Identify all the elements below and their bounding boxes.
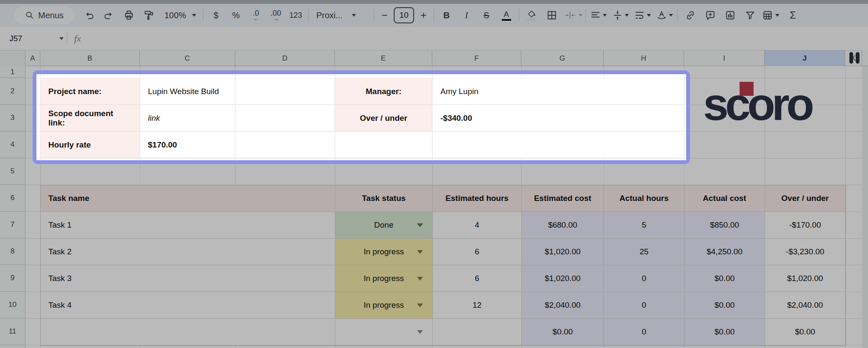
vertical-scrollbar-thumb[interactable] bbox=[856, 52, 860, 64]
over-under-cell[interactable]: $2,040.00 bbox=[765, 292, 846, 319]
row-header-9[interactable]: 9 bbox=[0, 265, 25, 292]
chevron-down-icon[interactable] bbox=[59, 37, 64, 40]
actual-cost-header[interactable]: Actual cost bbox=[684, 185, 765, 212]
name-box[interactable]: J57 bbox=[9, 34, 59, 43]
cell-empty[interactable] bbox=[235, 131, 335, 158]
select-all-corner[interactable] bbox=[0, 50, 25, 66]
estimated-hours-cell[interactable]: 4 bbox=[433, 212, 522, 239]
redo-button[interactable] bbox=[99, 6, 119, 25]
estimated-cost-cell[interactable]: $680.00 bbox=[522, 212, 604, 239]
row-header-7[interactable]: 7 bbox=[0, 212, 25, 238]
task-status-header[interactable]: Task status bbox=[335, 185, 433, 212]
column-resize-handle[interactable] bbox=[849, 52, 853, 64]
scope-link-value-cell[interactable]: link bbox=[140, 105, 235, 131]
row-header-5[interactable]: 5 bbox=[0, 158, 25, 185]
italic-button[interactable]: I bbox=[456, 6, 476, 25]
task-status-dropdown[interactable] bbox=[335, 319, 433, 345]
estimated-hours-cell[interactable]: 6 bbox=[433, 265, 522, 292]
cell-empty[interactable] bbox=[335, 131, 432, 158]
project-name-value-cell[interactable]: Lupin Website Build bbox=[140, 78, 235, 105]
increase-font-size-button[interactable]: + bbox=[416, 6, 431, 25]
project-name-label-cell[interactable]: Project name: bbox=[40, 78, 140, 105]
actual-hours-header[interactable]: Actual hours bbox=[604, 185, 684, 212]
row-header-2[interactable]: 2 bbox=[0, 78, 25, 105]
font-size-input[interactable]: 10 bbox=[394, 7, 414, 23]
text-wrap-button[interactable] bbox=[632, 6, 647, 25]
task-name-header[interactable]: Task name bbox=[41, 185, 335, 212]
column-header-c[interactable]: C bbox=[140, 50, 235, 66]
actual-cost-cell[interactable]: $850.00 bbox=[684, 212, 765, 239]
text-rotation-button[interactable] bbox=[654, 6, 669, 25]
merge-cells-button[interactable] bbox=[562, 6, 579, 25]
menus-search-button[interactable]: Menus bbox=[14, 6, 75, 24]
task-name-cell[interactable]: Task 4 bbox=[41, 292, 335, 319]
estimated-cost-cell[interactable]: $1,020.00 bbox=[522, 265, 604, 292]
manager-label-cell[interactable]: Manager: bbox=[335, 78, 432, 105]
decrease-decimal-button[interactable]: .0 ← bbox=[246, 6, 266, 25]
actual-hours-cell[interactable]: 0 bbox=[604, 292, 684, 319]
scope-link-label-cell[interactable]: Scope document link: bbox=[40, 105, 140, 131]
estimated-hours-cell[interactable]: 12 bbox=[433, 292, 522, 319]
column-header-g[interactable]: G bbox=[521, 50, 604, 66]
over-under-cell[interactable]: -$170.00 bbox=[765, 212, 846, 239]
more-formats-button[interactable]: 123 bbox=[286, 6, 306, 25]
estimated-cost-cell[interactable]: $1,020.00 bbox=[522, 239, 604, 265]
row-header-10[interactable]: 10 bbox=[0, 292, 25, 318]
column-header-j-selected[interactable]: J bbox=[765, 50, 845, 66]
actual-cost-cell[interactable]: $4,250.00 bbox=[684, 239, 765, 265]
column-header-i[interactable]: I bbox=[684, 50, 765, 66]
format-percent-button[interactable]: % bbox=[226, 6, 246, 25]
increase-decimal-button[interactable]: .00 → bbox=[266, 6, 286, 25]
borders-button[interactable] bbox=[542, 6, 562, 25]
hourly-rate-value-cell[interactable]: $170.00 bbox=[140, 131, 235, 158]
column-header-k[interactable]: K bbox=[845, 50, 862, 66]
hourly-rate-label-cell[interactable]: Hourly rate bbox=[40, 131, 140, 158]
column-header-a[interactable]: A bbox=[25, 50, 40, 66]
over-under-cell[interactable]: $0.00 bbox=[765, 319, 846, 345]
row-header-8[interactable]: 8 bbox=[0, 238, 25, 265]
task-status-dropdown[interactable]: Done bbox=[335, 212, 433, 239]
task-status-dropdown[interactable]: In progress bbox=[335, 292, 433, 319]
insert-comment-button[interactable] bbox=[700, 6, 720, 25]
print-button[interactable] bbox=[119, 6, 139, 25]
column-header-e[interactable]: E bbox=[335, 50, 432, 66]
cell-empty[interactable] bbox=[235, 78, 335, 105]
task-name-cell[interactable] bbox=[41, 319, 335, 345]
column-header-d[interactable]: D bbox=[235, 50, 335, 66]
over-under-cell[interactable]: $1,020.00 bbox=[765, 265, 846, 292]
bold-button[interactable]: B bbox=[437, 6, 456, 25]
estimated-hours-cell[interactable] bbox=[433, 319, 522, 345]
actual-hours-cell[interactable]: 0 bbox=[604, 319, 684, 345]
paint-format-button[interactable] bbox=[139, 6, 159, 25]
estimated-hours-cell[interactable]: 6 bbox=[433, 239, 522, 265]
actual-cost-cell[interactable]: $0.00 bbox=[684, 292, 765, 319]
row-header-11[interactable]: 11 bbox=[0, 318, 25, 345]
actual-hours-cell[interactable]: 0 bbox=[604, 265, 684, 292]
task-status-dropdown[interactable]: In progress bbox=[335, 265, 433, 292]
task-name-cell[interactable]: Task 1 bbox=[41, 212, 335, 239]
actual-cost-cell[interactable]: $0.00 bbox=[684, 319, 765, 345]
column-header-b[interactable]: B bbox=[40, 50, 140, 66]
fill-color-button[interactable] bbox=[522, 6, 542, 25]
over-under-cell[interactable]: -$3,230.00 bbox=[765, 239, 846, 265]
vertical-align-button[interactable] bbox=[610, 6, 625, 25]
over-under-header[interactable]: Over / under bbox=[765, 185, 846, 212]
strikethrough-button[interactable]: S bbox=[476, 6, 496, 25]
insert-link-button[interactable] bbox=[680, 6, 700, 25]
cell-empty[interactable] bbox=[432, 131, 684, 158]
over-under-label-cell[interactable]: Over / under bbox=[335, 105, 432, 131]
actual-cost-cell[interactable]: $0.00 bbox=[684, 265, 765, 292]
actual-hours-cell[interactable]: 5 bbox=[604, 212, 684, 239]
create-filter-button[interactable] bbox=[740, 6, 760, 25]
insert-chart-button[interactable] bbox=[720, 6, 740, 25]
functions-button[interactable]: Σ bbox=[783, 6, 803, 25]
row-header-4[interactable]: 4 bbox=[0, 131, 25, 158]
estimated-cost-cell[interactable]: $0.00 bbox=[522, 319, 604, 345]
font-family-select[interactable]: Proxi... bbox=[316, 11, 366, 20]
column-header-f[interactable]: F bbox=[432, 50, 521, 66]
over-under-value-cell[interactable]: -$340.00 bbox=[432, 105, 684, 131]
task-status-dropdown[interactable]: In progress bbox=[335, 239, 433, 265]
cell-empty[interactable] bbox=[235, 105, 335, 131]
zoom-control[interactable]: 100% bbox=[164, 11, 196, 20]
undo-button[interactable] bbox=[79, 6, 99, 25]
